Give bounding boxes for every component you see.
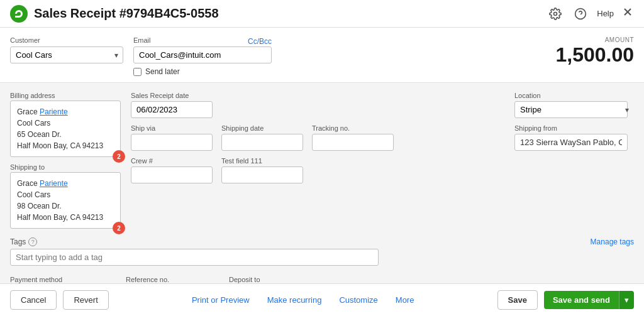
billing-line2: 65 Ocean Dr. <box>17 130 62 139</box>
billing-address-box: Grace Pariente Cool Cars 65 Ocean Dr. Ha… <box>10 101 121 157</box>
save-send-group: Save and send ▾ <box>544 290 634 310</box>
header-left: Sales Receipt #9794B4C5-0558 <box>10 5 219 23</box>
footer-left: Cancel Revert <box>10 290 109 310</box>
email-label: Email <box>133 36 151 44</box>
billing-line3: Half Moon Bay, CA 94213 <box>17 141 103 150</box>
test-field-group: Test field 111 <box>221 157 303 183</box>
svg-point-1 <box>554 12 557 15</box>
tracking-no-field: Tracking no. <box>312 124 394 151</box>
amount-value: 1,500.00 <box>555 43 634 67</box>
location-field: Location Stripe <box>514 92 634 118</box>
ship-row: Ship via Shipping date Tracking no. <box>131 124 504 151</box>
amount-label: AMOUNT <box>555 36 634 43</box>
tags-input[interactable] <box>10 249 379 266</box>
billing-edit-badge[interactable]: 2 <box>113 150 125 163</box>
svg-point-0 <box>10 5 28 23</box>
page-title: Sales Receipt #9794B4C5-0558 <box>34 6 219 21</box>
customer-label: Customer <box>10 36 123 44</box>
shipping-edit-badge[interactable]: 2 <box>113 222 125 234</box>
send-later-checkbox[interactable] <box>133 68 142 76</box>
shipping-date-field: Shipping date <box>221 124 303 151</box>
crew-field: Crew # <box>131 157 213 183</box>
right-panel: Location Stripe Shipping from <box>514 92 634 151</box>
tags-section: Tags ? Manage tags <box>0 237 644 272</box>
tracking-no-input[interactable] <box>312 134 394 151</box>
email-input[interactable] <box>133 46 272 63</box>
shipping-line1: Cool Cars <box>17 190 50 199</box>
tags-label-row: Tags ? <box>10 237 37 246</box>
save-and-send-arrow-button[interactable]: ▾ <box>619 291 634 309</box>
shipping-to-box: Grace Pariente Cool Cars 98 Ocean Dr. Ha… <box>10 172 121 229</box>
reference-no-label: Reference no. <box>126 276 220 283</box>
cancel-button[interactable]: Cancel <box>10 290 57 310</box>
shipping-line3: Half Moon Bay, CA 94213 <box>17 213 103 222</box>
ship-via-label: Ship via <box>131 124 213 132</box>
shipping-date-input[interactable] <box>221 134 303 151</box>
footer: Cancel Revert Print or Preview Make recu… <box>0 283 644 316</box>
sales-receipt-date-field: Sales Receipt date <box>131 92 213 118</box>
sales-receipt-date-input[interactable] <box>131 101 213 118</box>
more-button[interactable]: More <box>393 291 417 309</box>
tracking-no-label: Tracking no. <box>312 124 394 132</box>
revert-button[interactable]: Revert <box>63 290 108 310</box>
shipping-name-text: Grace <box>17 179 40 188</box>
manage-tags-link[interactable]: Manage tags <box>591 237 634 246</box>
save-button[interactable]: Save <box>497 290 538 310</box>
location-select[interactable]: Stripe <box>514 101 628 118</box>
mid-section: Billing address Grace Pariente Cool Cars… <box>0 83 644 237</box>
crew-label: Crew # <box>131 157 213 165</box>
test-field-label: Test field 111 <box>221 157 303 165</box>
close-button[interactable] <box>621 6 634 21</box>
payment-method-field: Payment method Choose payment method <box>10 276 117 283</box>
ship-via-field: Ship via <box>131 124 213 151</box>
shipping-date-label: Shipping date <box>221 124 303 132</box>
payment-row: Payment method Choose payment method Ref… <box>10 276 634 283</box>
shipping-from-input[interactable] <box>514 134 628 151</box>
deposit-to-label: Deposit to <box>229 276 355 283</box>
main-content: Customer Cool Cars Email Cc/Bcc <box>0 28 644 283</box>
payment-method-label: Payment method <box>10 276 117 283</box>
make-recurring-button[interactable]: Make recurring <box>265 291 325 309</box>
shipping-to-label: Shipping to <box>10 163 121 171</box>
close-icon <box>621 6 634 18</box>
billing-line1: Cool Cars <box>17 119 50 128</box>
amount-section: AMOUNT 1,500.00 <box>555 36 634 67</box>
middle-form: Sales Receipt date Ship via Shipping dat… <box>131 92 504 183</box>
customer-select[interactable]: Cool Cars <box>10 46 123 63</box>
billing-name-text: Grace <box>17 107 40 116</box>
save-and-send-button[interactable]: Save and send <box>544 291 619 309</box>
shipping-from-label: Shipping from <box>514 124 634 132</box>
shipping-name-link[interactable]: Pariente <box>40 179 68 188</box>
shipping-from-field: Shipping from <box>514 124 634 151</box>
customer-field: Customer Cool Cars <box>10 36 123 63</box>
billing-name-link[interactable]: Pariente <box>40 107 68 116</box>
crew-row: Crew # Test field 111 <box>131 157 504 183</box>
ship-via-input[interactable] <box>131 134 213 151</box>
crew-input[interactable] <box>131 166 213 183</box>
tags-label: Tags <box>10 237 26 246</box>
question-icon <box>574 8 587 20</box>
customize-button[interactable]: Customize <box>336 291 380 309</box>
help-label: Help <box>597 9 614 18</box>
tags-header: Tags ? Manage tags <box>10 237 634 246</box>
gear-icon <box>549 8 562 20</box>
top-section: Customer Cool Cars Email Cc/Bcc <box>0 28 644 83</box>
billing-address-group: Billing address Grace Pariente Cool Cars… <box>10 92 121 157</box>
footer-right: Save Save and send ▾ <box>497 290 634 310</box>
email-field-group: Email Cc/Bcc Send later <box>133 36 272 76</box>
customer-select-wrapper: Cool Cars <box>10 46 123 63</box>
send-later-label: Send later <box>145 67 180 76</box>
print-preview-button[interactable]: Print or Preview <box>189 291 252 309</box>
tags-info-icon[interactable]: ? <box>28 237 37 246</box>
shipping-to-group: Shipping to Grace Pariente Cool Cars 98 … <box>10 163 121 229</box>
deposit-to-field: Deposit to Stripe (required for Syn <box>229 276 355 283</box>
help-question-button[interactable] <box>572 5 589 23</box>
cc-bcc-link[interactable]: Cc/Bcc <box>248 37 272 46</box>
sales-receipt-date-label: Sales Receipt date <box>131 92 213 99</box>
reference-no-field: Reference no. <box>126 276 220 283</box>
test-field-input[interactable] <box>221 166 303 183</box>
shipping-line2: 98 Ocean Dr. <box>17 202 62 210</box>
header: Sales Receipt #9794B4C5-0558 Help <box>0 0 644 28</box>
settings-button[interactable] <box>547 5 564 23</box>
send-later-row: Send later <box>133 67 272 76</box>
